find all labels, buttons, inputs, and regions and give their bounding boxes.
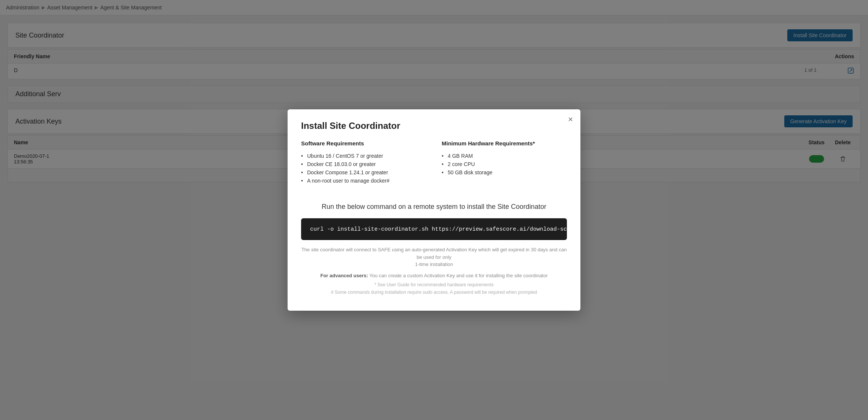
hw-req-list: 4 GB RAM 2 core CPU 50 GB disk storage	[442, 152, 567, 177]
sw-req-item-2: Docker CE 18.03.0 or greater	[301, 160, 434, 168]
software-requirements: Software Requirements Ubuntu 16 / CentOS…	[301, 140, 434, 185]
hw-req-heading: Minimum Hardware Requirements*	[442, 140, 567, 147]
modal-close-button[interactable]: ×	[568, 115, 573, 124]
software-req-list: Ubuntu 16 / CentOS 7 or greater Docker C…	[301, 152, 434, 185]
requirements-grid: Software Requirements Ubuntu 16 / CentOS…	[301, 140, 567, 190]
software-req-heading: Software Requirements	[301, 140, 434, 147]
modal-overlay[interactable]: × Install Site Coordinator Software Requ…	[0, 0, 868, 190]
hw-req-item-3: 50 GB disk storage	[442, 168, 567, 177]
modal-title: Install Site Coordinator	[301, 121, 567, 131]
hardware-requirements: Minimum Hardware Requirements* 4 GB RAM …	[434, 140, 567, 185]
sw-req-item-1: Ubuntu 16 / CentOS 7 or greater	[301, 152, 434, 160]
hw-req-item-2: 2 core CPU	[442, 160, 567, 168]
modal-dialog: × Install Site Coordinator Software Requ…	[288, 109, 580, 190]
sw-req-item-3: Docker Compose 1.24.1 or greater	[301, 168, 434, 177]
sw-req-item-4: A non-root user to manage docker#	[301, 177, 434, 185]
hw-req-item-1: 4 GB RAM	[442, 152, 567, 160]
